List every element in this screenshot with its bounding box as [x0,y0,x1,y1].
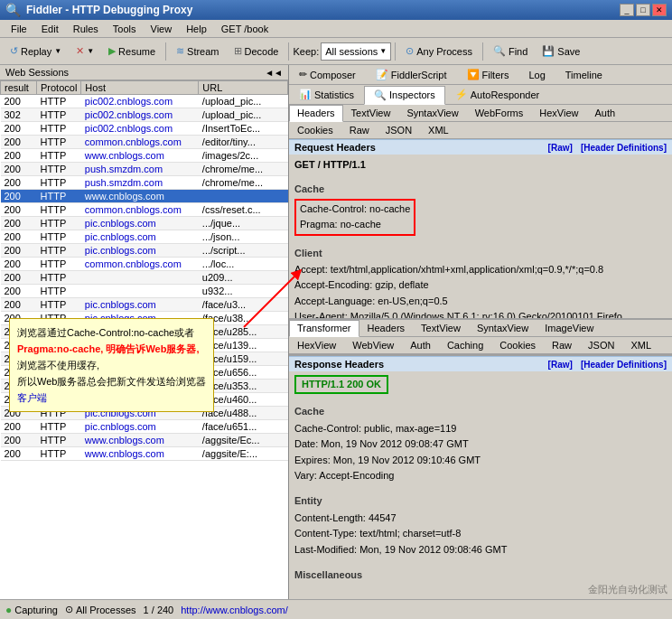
tab-statistics[interactable]: 📊 Statistics [289,85,364,104]
table-row[interactable]: 200 HTTP pic002.cnblogs.com /InsertToEc.… [1,122,288,136]
tab-timeline[interactable]: Timeline [555,66,612,84]
table-row[interactable]: 200 HTTP pic.cnblogs.com .../json... [1,230,288,244]
replay-dropdown-icon[interactable]: ▼ [54,47,61,55]
log-label: Log [528,70,545,80]
lower-sub-hexview[interactable]: HexView [289,337,344,353]
tab-log[interactable]: Log [518,66,555,84]
req-tab-headers[interactable]: Headers [289,105,343,122]
keep-dropdown-icon: ▼ [379,47,387,55]
table-row[interactable]: 200 HTTP www.cnblogs.com /aggsite/E:... [1,447,288,461]
lower-sub-cookies[interactable]: Cookies [491,337,544,353]
host-cell [81,285,199,298]
keep-dropdown[interactable]: All sessions ▼ [321,42,391,61]
table-row[interactable]: 200 HTTP pic.cnblogs.com /face/u3... [1,298,288,312]
table-row[interactable]: 200 HTTP pic.cnblogs.com .../jque... [1,217,288,230]
host-cell: pic.cnblogs.com [81,298,199,312]
req-tab-textview[interactable]: TextView [343,105,399,121]
lower-sub-webview[interactable]: WebView [344,337,402,353]
lower-sub-xml[interactable]: XML [622,337,659,353]
resp-header-defs-link[interactable]: [Header Definitions] [581,360,667,370]
req-tab-cookies[interactable]: Cookies [289,122,341,138]
save-button[interactable]: 💾 Save [536,41,586,62]
lower-tab-headers[interactable]: Headers [359,320,414,336]
lower-sub-json[interactable]: JSON [580,337,622,353]
table-row[interactable]: 200 HTTP www.cnblogs.com /images/2c... [1,149,288,163]
minimize-button[interactable]: _ [620,4,634,16]
replay-button[interactable]: ↺ Replay ▼ [4,41,68,62]
tab-fiddlerscript[interactable]: 📝 FiddlerScript [366,65,457,84]
resp-cache-title: Cache [294,405,667,418]
dropdown-arrow-icon[interactable]: ▼ [87,47,94,55]
table-row[interactable]: 200 HTTP www.cnblogs.com [1,190,288,203]
lower-tab-textview[interactable]: TextView [413,320,469,336]
inspectors-label: Inspectors [389,89,435,100]
table-row[interactable]: 200 HTTP common.cnblogs.com .../loc... [1,258,288,271]
table-row[interactable]: 200 HTTP www.cnblogs.com /aggsite/Ec... [1,434,288,447]
col-result: result [1,81,37,95]
collapse-icon[interactable]: ◄◄ [265,68,283,78]
menu-get-book[interactable]: GET /book [214,22,275,36]
window-controls[interactable]: _ □ ✕ [620,4,667,16]
menu-rules[interactable]: Rules [66,22,106,36]
lower-tab-syntaxview[interactable]: SyntaxView [469,320,537,336]
tab-inspectors[interactable]: 🔍 Inspectors [364,86,445,105]
url-cell: /images/2c... [199,149,288,163]
stream-button[interactable]: ≋ Stream [170,41,225,62]
table-row[interactable]: 200 HTTP u209... [1,271,288,285]
tab-filters[interactable]: 🔽 Filters [457,65,519,84]
result-cell: 200 [1,176,37,190]
process-button[interactable]: ⊙ Any Process [399,41,479,62]
table-row[interactable]: 200 HTTP pic.cnblogs.com /face/u651... [1,420,288,434]
menu-edit[interactable]: Edit [34,22,66,36]
resp-raw-link[interactable]: [Raw] [548,360,573,370]
url-cell: /aggsite/E:... [199,447,288,461]
table-row[interactable]: 200 HTTP u932... [1,285,288,298]
table-row[interactable]: 200 HTTP push.smzdm.com /chrome/me... [1,176,288,190]
req-header-defs-link[interactable]: [Header Definitions] [581,143,667,153]
req-tab-xml[interactable]: XML [420,122,457,138]
result-cell: 302 [1,108,37,122]
req-tab-auth[interactable]: Auth [587,105,624,121]
keep-label: Keep: [293,46,319,57]
find-button[interactable]: 🔍 Find [487,41,534,62]
table-row[interactable]: 302 HTTP pic002.cnblogs.com /upload_pic.… [1,108,288,122]
lower-tab-imageview[interactable]: ImageView [537,320,602,336]
req-tab-hexview[interactable]: HexView [531,105,586,121]
table-row[interactable]: 200 HTTP push.smzdm.com /chrome/me... [1,163,288,176]
table-row[interactable]: 200 HTTP common.cnblogs.com /css/reset.c… [1,203,288,217]
lower-tab-transformer[interactable]: Transformer [289,320,359,337]
protocol-cell: HTTP [37,149,81,163]
req-raw-link[interactable]: [Raw] [548,143,573,153]
capturing-status: ● Capturing [5,604,58,616]
req-tab-syntaxview[interactable]: SyntaxView [398,105,466,121]
resume-button[interactable]: ▶ Resume [102,41,162,62]
lower-sub-auth[interactable]: Auth [402,337,439,353]
maximize-button[interactable]: □ [636,4,650,16]
lower-sub-raw[interactable]: Raw [544,337,580,353]
cache-section-title: Cache [294,183,667,196]
menu-view[interactable]: View [144,22,180,36]
decode-button[interactable]: ⊞ Decode [228,41,285,62]
req-tab-webforms[interactable]: WebForms [467,105,532,121]
table-row[interactable]: 200 HTTP pic.cnblogs.com .../script... [1,244,288,258]
menu-help[interactable]: Help [179,22,214,36]
stats-icon: 📊 [299,89,312,100]
menu-file[interactable]: File [4,22,34,36]
url-cell: /chrome/me... [199,176,288,190]
resp-content-length: Content-Length: 44547 [294,511,667,526]
req-tab-json[interactable]: JSON [378,122,420,138]
table-row[interactable]: 200 HTTP pic002.cnblogs.com /upload_pic.… [1,95,288,108]
req-sub-tabs: Headers TextView SyntaxView WebForms Hex… [289,105,672,122]
tab-composer[interactable]: ✏ Composer [289,65,366,84]
result-cell: 200 [1,136,37,149]
host-cell: pic002.cnblogs.com [81,122,199,136]
table-row[interactable]: 200 HTTP common.cnblogs.com /editor/tiny… [1,136,288,149]
delete-button[interactable]: ✕ ▼ [70,41,100,62]
menu-tools[interactable]: Tools [106,22,144,36]
composer-label: Composer [310,70,356,80]
protocol-cell: HTTP [37,298,81,312]
close-button[interactable]: ✕ [652,4,667,16]
req-tab-raw[interactable]: Raw [341,122,378,138]
lower-sub-caching[interactable]: Caching [439,337,491,353]
tab-autoresponder[interactable]: ⚡ AutoResponder [445,85,549,104]
